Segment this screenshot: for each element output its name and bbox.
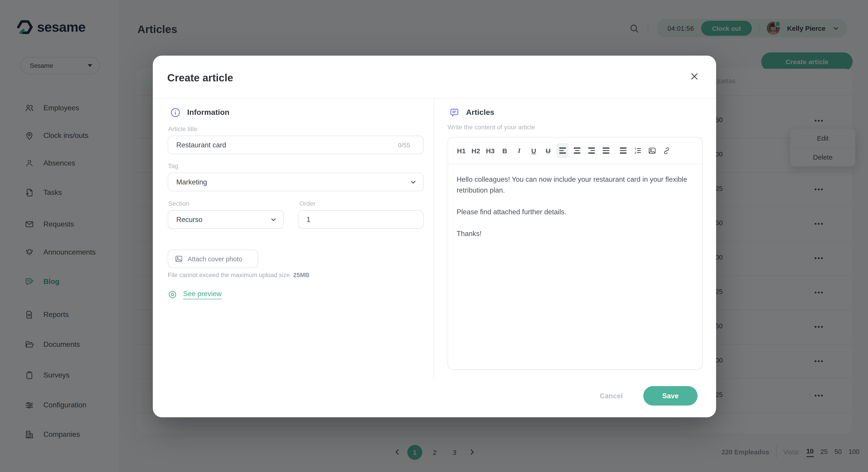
see-preview-link[interactable]: See preview <box>168 290 222 299</box>
articles-subtitle: Write the content of your article <box>447 123 535 131</box>
attach-cover-photo-button[interactable]: Attach cover photo <box>168 250 258 268</box>
articles-heading-text: Articles <box>466 108 494 117</box>
image-icon[interactable] <box>646 143 658 158</box>
close-icon[interactable] <box>689 71 700 82</box>
chevron-down-icon <box>410 178 417 186</box>
heading-2-icon[interactable]: H2 <box>470 143 482 158</box>
align-justify-icon[interactable] <box>600 143 612 158</box>
info-icon <box>170 107 181 118</box>
order-input[interactable] <box>298 210 424 229</box>
list-icon[interactable] <box>617 143 629 158</box>
upload-size-note: File cannot exceed the maximum upload si… <box>168 272 309 279</box>
preview-eye-icon <box>168 290 177 299</box>
order-label: Order <box>299 200 315 207</box>
align-right-icon[interactable] <box>585 143 598 158</box>
link-icon[interactable] <box>660 143 673 158</box>
tag-select[interactable]: Marketing <box>168 173 424 191</box>
svg-text:2: 2 <box>634 151 636 154</box>
editor-content[interactable]: Hello colleagues! You can now include yo… <box>448 164 702 260</box>
svg-text:1: 1 <box>634 147 636 150</box>
italic-icon[interactable]: I <box>513 143 525 158</box>
save-button[interactable]: Save <box>643 386 698 406</box>
app-viewport: sesame Sesame Employees Clock ins/outs A… <box>0 0 868 472</box>
char-counter: 0/55 <box>398 141 410 149</box>
align-left-icon[interactable] <box>557 143 569 158</box>
section-select-value: Recurso <box>176 215 202 224</box>
cancel-button[interactable]: Cancel <box>594 389 628 403</box>
attach-cover-photo-label: Attach cover photo <box>188 255 242 262</box>
editor-paragraph: Hello colleagues! You can now include yo… <box>457 174 693 196</box>
section-label: Section <box>168 200 189 207</box>
tag-select-value: Marketing <box>176 178 207 186</box>
image-icon <box>175 255 183 263</box>
article-editor: H1 H2 H3 B I U U <box>447 137 703 370</box>
editor-paragraph: Please find attached further details. <box>457 207 693 217</box>
articles-section-heading: Articles <box>449 107 494 118</box>
align-center-icon[interactable] <box>571 143 583 158</box>
underline-icon[interactable]: U <box>528 143 540 158</box>
chevron-down-icon <box>270 216 277 223</box>
article-title-input[interactable] <box>168 136 424 154</box>
upload-size-limit: 25MB <box>293 272 309 279</box>
create-article-modal: Create article Information Article title… <box>153 56 716 417</box>
modal-title: Create article <box>167 72 233 84</box>
editor-paragraph: Thanks! <box>457 228 693 239</box>
modal-column-divider <box>434 98 434 379</box>
heading-3-icon[interactable]: H3 <box>484 143 496 158</box>
section-select[interactable]: Recurso <box>168 210 284 229</box>
information-section-heading: Information <box>170 107 229 118</box>
ordered-list-icon[interactable]: 12 <box>631 143 644 158</box>
heading-1-icon[interactable]: H1 <box>455 143 467 158</box>
message-icon <box>449 107 460 118</box>
tag-label: Tag <box>168 162 178 169</box>
strikethrough-icon[interactable]: U <box>542 143 554 158</box>
editor-toolbar: H1 H2 H3 B I U U <box>448 137 702 164</box>
information-heading-text: Information <box>187 108 229 117</box>
modal-header-divider <box>153 98 716 99</box>
bold-icon[interactable]: B <box>499 143 511 158</box>
article-title-label: Article title <box>168 125 197 132</box>
see-preview-text: See preview <box>183 290 222 299</box>
